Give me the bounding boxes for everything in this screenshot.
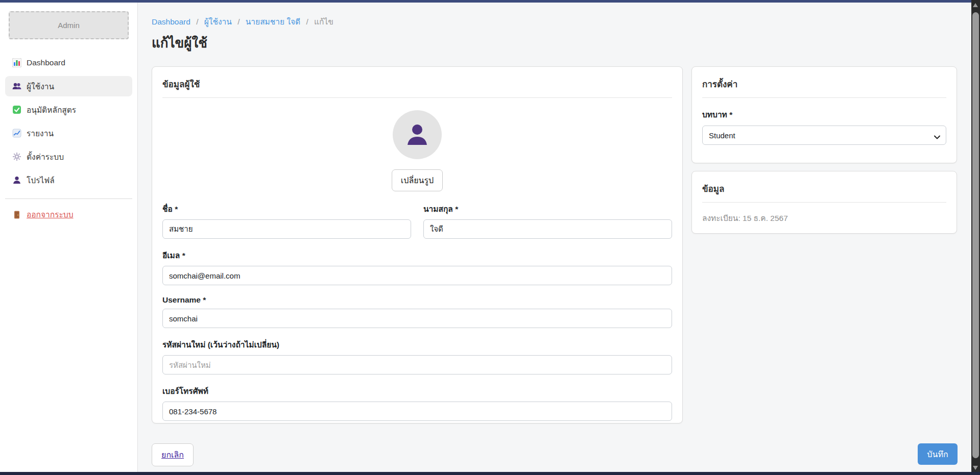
required-asterisk: * bbox=[182, 251, 185, 260]
cancel-button[interactable]: ยกเลิก bbox=[152, 443, 194, 466]
username-label: Username * bbox=[162, 295, 672, 305]
avatar bbox=[393, 110, 442, 159]
phone-field[interactable] bbox=[162, 402, 672, 421]
admin-logo-label: Admin bbox=[58, 21, 80, 30]
save-button[interactable]: บันทึก bbox=[918, 443, 958, 465]
role-select-wrap: Student bbox=[702, 126, 946, 145]
email-label: อีเมล * bbox=[162, 249, 672, 262]
sidebar-item-reports[interactable]: รายงาน bbox=[5, 123, 132, 143]
scroll-up-arrow-icon[interactable] bbox=[973, 3, 978, 7]
required-asterisk: * bbox=[455, 205, 458, 213]
sidebar-item-label: Dashboard bbox=[27, 58, 65, 67]
change-photo-button[interactable]: เปลี่ยนรูป bbox=[392, 169, 443, 191]
logout-label: ออกจากระบบ bbox=[27, 208, 74, 221]
sidebar-item-label: ตั้งค่าระบบ bbox=[27, 151, 64, 163]
browser-top-bar bbox=[0, 0, 971, 3]
email-group: อีเมล * bbox=[162, 249, 672, 285]
logout-link[interactable]: ออกจากระบบ bbox=[0, 208, 137, 221]
required-asterisk: * bbox=[729, 110, 732, 119]
sidebar-item-users[interactable]: ผู้ใช้งาน bbox=[5, 76, 132, 96]
bar-chart-icon bbox=[12, 58, 21, 67]
check-icon bbox=[12, 105, 21, 114]
card-divider bbox=[162, 97, 672, 98]
sidebar-item-system-settings[interactable]: ตั้งค่าระบบ bbox=[5, 146, 132, 167]
username-field[interactable] bbox=[162, 309, 672, 328]
first-name-field[interactable] bbox=[162, 219, 411, 239]
person-icon bbox=[404, 121, 431, 148]
sidebar-item-label: รายงาน bbox=[27, 127, 54, 140]
role-select[interactable]: Student bbox=[702, 126, 946, 145]
taskbar-strip bbox=[0, 472, 980, 475]
person-icon bbox=[12, 176, 21, 185]
settings-card: การตั้งค่า บทบาท * Student bbox=[691, 66, 957, 163]
password-field[interactable] bbox=[162, 355, 672, 374]
last-name-field[interactable] bbox=[423, 219, 672, 239]
required-asterisk: * bbox=[203, 295, 206, 304]
scrollbar-thumb[interactable] bbox=[972, 12, 979, 458]
admin-logo-box: Admin bbox=[9, 11, 129, 39]
breadcrumb-separator: / bbox=[196, 17, 198, 26]
password-group: รหัสผ่านใหม่ (เว้นว่างถ้าไม่เปลี่ยน) bbox=[162, 338, 672, 374]
vertical-scrollbar[interactable] bbox=[971, 0, 980, 475]
last-name-group: นามสกุล * bbox=[423, 203, 672, 239]
breadcrumb: Dashboard / ผู้ใช้งาน / นายสมชาย ใจดี / … bbox=[152, 15, 333, 28]
sidebar-item-dashboard[interactable]: Dashboard bbox=[5, 53, 132, 73]
main-content: Dashboard / ผู้ใช้งาน / นายสมชาย ใจดี / … bbox=[138, 3, 971, 472]
scroll-down-arrow-icon[interactable] bbox=[973, 466, 978, 470]
sidebar-item-approve-courses[interactable]: อนุมัติหลักสูตร bbox=[5, 99, 132, 120]
registered-date-text: ลงทะเบียน: 15 ธ.ค. 2567 bbox=[702, 212, 946, 224]
sidebar-item-label: โปรไฟล์ bbox=[27, 174, 55, 187]
sidebar-divider bbox=[5, 198, 132, 199]
phone-label: เบอร์โทรศัพท์ bbox=[162, 385, 672, 397]
settings-card-header: การตั้งค่า bbox=[702, 77, 946, 91]
users-icon bbox=[12, 82, 21, 91]
password-label: รหัสผ่านใหม่ (เว้นว่างถ้าไม่เปลี่ยน) bbox=[162, 338, 672, 351]
sidebar-item-label: อนุมัติหลักสูตร bbox=[27, 104, 76, 116]
sidebar-item-label: ผู้ใช้งาน bbox=[27, 80, 54, 93]
gear-icon bbox=[12, 152, 21, 161]
required-asterisk: * bbox=[175, 205, 178, 213]
user-info-card-header: ข้อมูลผู้ใช้ bbox=[162, 77, 672, 91]
username-group: Username * bbox=[162, 295, 672, 328]
door-icon bbox=[12, 210, 21, 219]
breadcrumb-dashboard[interactable]: Dashboard bbox=[152, 17, 190, 26]
card-divider bbox=[702, 202, 946, 203]
email-field[interactable] bbox=[162, 266, 672, 285]
sidebar-nav: Dashboard ผู้ใช้งาน อนุมัติหลักสูตร รายง… bbox=[0, 53, 137, 190]
breadcrumb-current: แก้ไข bbox=[314, 17, 333, 26]
card-divider bbox=[702, 97, 946, 98]
line-chart-icon bbox=[12, 129, 21, 138]
sidebar-item-profile[interactable]: โปรไฟล์ bbox=[5, 170, 132, 190]
role-label: บทบาท * bbox=[702, 108, 946, 121]
page-title: แก้ไขผู้ใช้ bbox=[152, 32, 207, 53]
breadcrumb-user-name[interactable]: นายสมชาย ใจดี bbox=[246, 17, 300, 26]
info-card-header: ข้อมูล bbox=[702, 182, 946, 195]
info-card: ข้อมูล ลงทะเบียน: 15 ธ.ค. 2567 bbox=[691, 171, 957, 234]
last-name-label: นามสกุล * bbox=[423, 203, 672, 215]
phone-group: เบอร์โทรศัพท์ bbox=[162, 385, 672, 421]
breadcrumb-separator: / bbox=[306, 17, 308, 26]
user-info-card: ข้อมูลผู้ใช้ เปลี่ยนรูป ชื่อ * นามสกุล *… bbox=[152, 66, 683, 423]
breadcrumb-separator: / bbox=[237, 17, 240, 26]
first-name-label: ชื่อ * bbox=[162, 203, 411, 215]
avatar-section: เปลี่ยนรูป bbox=[162, 110, 672, 191]
sidebar: Admin Dashboard ผู้ใช้งาน อนุมัติหลักสูต… bbox=[0, 3, 138, 472]
name-fields-row: ชื่อ * นามสกุล * bbox=[162, 203, 672, 239]
breadcrumb-users[interactable]: ผู้ใช้งาน bbox=[204, 17, 232, 26]
first-name-group: ชื่อ * bbox=[162, 203, 411, 239]
